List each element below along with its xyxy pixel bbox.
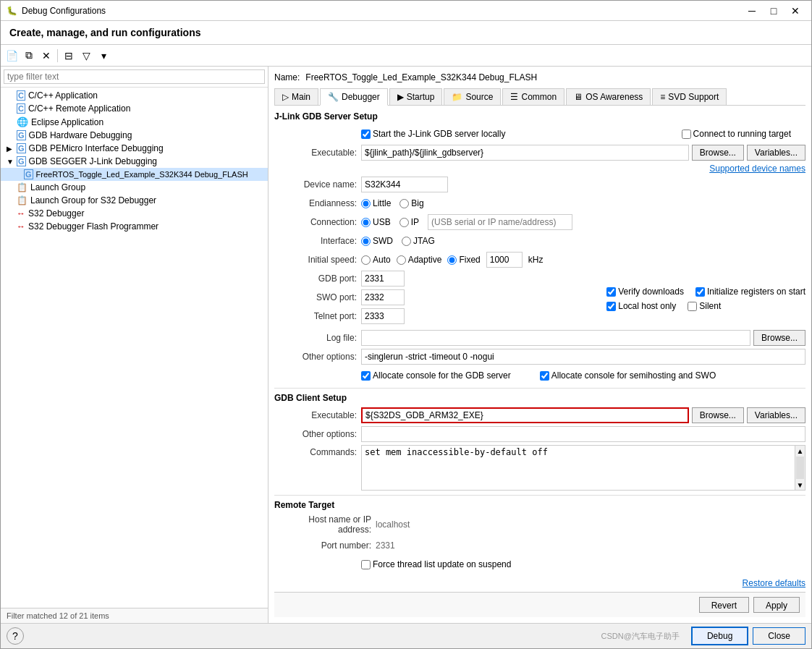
allocate-swo-checkbox[interactable] xyxy=(540,371,549,381)
executable-browse-button[interactable]: Browse... xyxy=(692,145,744,161)
tab-svd-support[interactable]: ≡ SVD Support xyxy=(652,88,727,105)
scroll-up-button[interactable]: ▲ xyxy=(795,446,805,456)
collapse-button[interactable]: ⊟ xyxy=(61,48,77,64)
sidebar-item-gdb-segger[interactable]: ▼ G GDB SEGGER J-Link Debugging xyxy=(1,155,268,168)
device-name-input[interactable] xyxy=(361,177,448,192)
new-config-button[interactable]: 📄 xyxy=(4,48,20,64)
commands-textarea[interactable]: set mem inaccessible-by-default off xyxy=(362,446,795,488)
connection-usb-radio[interactable] xyxy=(361,218,371,227)
title-bar-left: 🐛 Debug Configurations xyxy=(7,6,106,16)
duplicate-config-button[interactable]: ⧉ xyxy=(21,48,37,64)
help-button[interactable]: ? xyxy=(7,627,24,645)
tab-os-awareness[interactable]: 🖥 OS Awareness xyxy=(566,88,651,105)
allocate-gdb-checkbox[interactable] xyxy=(361,371,371,381)
connect-running-checkbox[interactable] xyxy=(682,130,691,139)
commands-scrollbar[interactable]: ▲ ▼ xyxy=(795,446,805,490)
local-host-checkbox[interactable] xyxy=(606,302,616,311)
filter-dropdown-button[interactable]: ▾ xyxy=(96,48,111,64)
scroll-down-button[interactable]: ▼ xyxy=(795,480,805,490)
local-host-label[interactable]: Local host only xyxy=(606,301,676,311)
swo-port-input[interactable] xyxy=(361,289,405,305)
verify-downloads-label[interactable]: Verify downloads xyxy=(606,287,684,297)
speed-auto-radio[interactable] xyxy=(361,255,371,265)
sidebar-item-freertos[interactable]: G FreeRTOS_Toggle_Led_Example_S32K344 De… xyxy=(1,168,268,181)
init-registers-label[interactable]: Initialize registers on start xyxy=(695,287,805,297)
tab-debugger[interactable]: 🔧 Debugger xyxy=(320,88,388,106)
start-locally-checkbox-label[interactable]: Start the J-Link GDB server locally xyxy=(361,129,505,139)
debug-button[interactable]: Debug xyxy=(691,627,748,645)
tab-common[interactable]: ☰ Common xyxy=(502,88,564,105)
gdb-port-input[interactable] xyxy=(361,271,405,287)
endianness-little-label[interactable]: Little xyxy=(361,198,391,208)
client-executable-input[interactable] xyxy=(361,407,689,423)
silent-checkbox[interactable] xyxy=(688,302,697,311)
apply-button[interactable]: Apply xyxy=(753,597,800,613)
sidebar-item-s32-flash[interactable]: ↔ S32 Debugger Flash Programmer xyxy=(1,220,268,233)
sidebar-item-eclipse[interactable]: 🌐 Eclipse Application xyxy=(1,115,268,129)
log-file-input[interactable] xyxy=(361,330,750,346)
filter-input[interactable] xyxy=(4,69,265,84)
start-locally-checkbox[interactable] xyxy=(361,130,371,139)
interface-jtag-label[interactable]: JTAG xyxy=(402,236,435,246)
footer-close-button[interactable]: Close xyxy=(753,627,805,645)
scroll-thumb[interactable] xyxy=(796,457,804,479)
endianness-big-radio[interactable] xyxy=(399,199,409,208)
sidebar-item-gdb-hw[interactable]: G GDB Hardware Debugging xyxy=(1,129,268,142)
sidebar-item-cpp-remote[interactable]: C C/C++ Remote Application xyxy=(1,102,268,115)
endianness-big-label[interactable]: Big xyxy=(399,198,423,208)
telnet-port-input[interactable] xyxy=(361,308,405,324)
interface-group: SWD JTAG xyxy=(361,236,435,246)
executable-input[interactable] xyxy=(361,145,689,161)
interface-swd-label[interactable]: SWD xyxy=(361,236,393,246)
client-variables-button[interactable]: Variables... xyxy=(747,407,805,423)
maximize-button[interactable]: □ xyxy=(764,4,784,18)
interface-jtag-radio[interactable] xyxy=(402,237,411,246)
client-browse-button[interactable]: Browse... xyxy=(692,407,744,423)
verify-downloads-checkbox[interactable] xyxy=(606,287,616,297)
minimize-button[interactable]: ─ xyxy=(742,4,762,18)
force-thread-label[interactable]: Force thread list update on suspend xyxy=(361,559,511,569)
allocate-swo-label[interactable]: Allocate console for semihosting and SWO xyxy=(540,370,716,381)
speed-adaptive-label[interactable]: Adaptive xyxy=(397,255,442,265)
speed-fixed-label[interactable]: Fixed xyxy=(447,255,480,265)
supported-device-link[interactable]: Supported device names xyxy=(709,164,805,174)
executable-variables-button[interactable]: Variables... xyxy=(747,145,805,161)
log-file-browse-button[interactable]: Browse... xyxy=(753,330,805,346)
sidebar-item-gdb-pemicro[interactable]: ▶ G GDB PEMicro Interface Debugging xyxy=(1,142,268,155)
force-thread-checkbox[interactable] xyxy=(361,560,371,569)
silent-label[interactable]: Silent xyxy=(688,301,721,311)
main-content: C C/C++ Application C C/C++ Remote Appli… xyxy=(1,67,811,623)
filter-button[interactable]: ▽ xyxy=(78,48,94,64)
other-options-input[interactable] xyxy=(361,349,805,365)
allocate-gdb-label[interactable]: Allocate console for the GDB server xyxy=(361,370,511,381)
connection-ip-input[interactable] xyxy=(428,214,572,230)
client-other-options-input[interactable] xyxy=(361,426,805,442)
connection-usb-label[interactable]: USB xyxy=(361,217,391,227)
speed-auto-label[interactable]: Auto xyxy=(361,255,391,265)
endianness-little-radio[interactable] xyxy=(361,199,371,208)
connect-running-label[interactable]: Connect to running target xyxy=(682,129,791,139)
init-registers-checkbox[interactable] xyxy=(695,287,705,297)
connection-ip-radio[interactable] xyxy=(399,218,409,227)
connection-ip-label[interactable]: IP xyxy=(399,217,419,227)
speed-value-input[interactable] xyxy=(486,252,523,268)
sidebar-item-launch-group[interactable]: 📋 Launch Group xyxy=(1,181,268,194)
sidebar-item-s32-debugger[interactable]: ↔ S32 Debugger xyxy=(1,207,268,220)
revert-button[interactable]: Revert xyxy=(699,597,749,613)
sidebar-item-launch-group-s32[interactable]: 📋 Launch Group for S32 Debugger xyxy=(1,194,268,207)
expand-icon-segger[interactable]: ▼ xyxy=(7,158,14,166)
allocate-checkboxes: Allocate console for the GDB server Allo… xyxy=(361,370,716,381)
tab-source[interactable]: 📁 Source xyxy=(444,88,501,105)
sidebar-item-cpp-app[interactable]: C C/C++ Application xyxy=(1,89,268,102)
tab-main[interactable]: ▷ Main xyxy=(274,88,318,105)
swo-port-label: SWO port: xyxy=(274,292,361,302)
close-window-button[interactable]: ✕ xyxy=(785,4,805,18)
restore-defaults-link[interactable]: Restore defaults xyxy=(743,578,805,588)
gdb-port-row: GDB port: xyxy=(274,271,592,287)
delete-config-button[interactable]: ✕ xyxy=(38,48,54,64)
speed-fixed-radio[interactable] xyxy=(447,255,457,265)
interface-swd-radio[interactable] xyxy=(361,237,371,246)
tab-startup[interactable]: ▶ Startup xyxy=(389,88,443,105)
expand-icon-pemicro[interactable]: ▶ xyxy=(7,145,14,153)
speed-adaptive-radio[interactable] xyxy=(397,255,406,265)
